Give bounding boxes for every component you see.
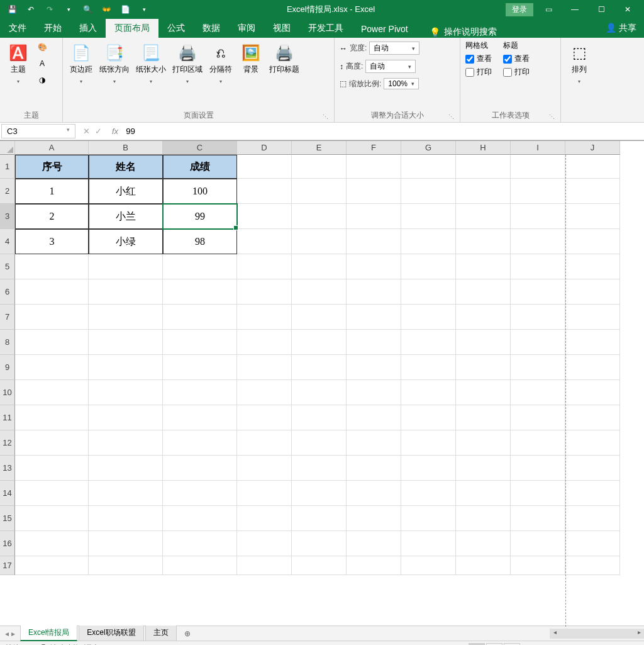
undo-icon[interactable]: ↶	[25, 4, 36, 15]
cell-B10[interactable]	[89, 380, 163, 405]
size-button[interactable]: 📃纸张大小	[135, 40, 167, 87]
row-header-3[interactable]: 3	[0, 204, 15, 229]
cell-G17[interactable]	[401, 556, 456, 575]
row-header-1[interactable]: 1	[0, 155, 15, 179]
tab-公式[interactable]: 公式	[158, 19, 194, 38]
cell-E16[interactable]	[292, 531, 347, 556]
maximize-icon[interactable]: ☐	[590, 2, 613, 17]
col-header-A[interactable]: A	[15, 141, 89, 155]
cell-E4[interactable]	[292, 229, 347, 254]
orientation-button[interactable]: 📑纸张方向	[98, 40, 131, 87]
cell-E11[interactable]	[292, 405, 347, 430]
cell-E17[interactable]	[292, 556, 347, 575]
cell-E2[interactable]	[292, 179, 347, 204]
cell-F1[interactable]	[347, 155, 401, 179]
qat-custom-icon[interactable]: ▾	[138, 4, 150, 15]
cell-B4[interactable]: 小绿	[89, 229, 163, 254]
cell-G6[interactable]	[401, 279, 456, 305]
margins-button[interactable]: 📄页边距	[68, 40, 94, 87]
formula-input[interactable]	[122, 125, 644, 138]
cell-A7[interactable]	[15, 305, 89, 330]
cell-G4[interactable]	[401, 229, 456, 254]
cancel-formula-icon[interactable]: ✕	[83, 126, 90, 136]
cell-C8[interactable]	[163, 330, 237, 355]
row-header-16[interactable]: 16	[0, 531, 15, 556]
row-header-11[interactable]: 11	[0, 405, 15, 430]
cell-I14[interactable]	[511, 481, 565, 506]
col-header-B[interactable]: B	[89, 141, 163, 155]
col-header-J[interactable]: J	[565, 141, 620, 155]
cell-C3[interactable]: 99	[163, 204, 237, 229]
cell-D17[interactable]	[237, 556, 292, 575]
cell-J15[interactable]	[565, 506, 620, 531]
cell-J7[interactable]	[565, 305, 620, 330]
arrange-button[interactable]: ⬚排列	[566, 40, 592, 87]
cell-H8[interactable]	[456, 330, 511, 355]
share-button[interactable]: 👤 共享	[598, 19, 644, 38]
cell-I1[interactable]	[511, 155, 565, 179]
cell-E7[interactable]	[292, 305, 347, 330]
cell-H1[interactable]	[456, 155, 511, 179]
cell-H7[interactable]	[456, 305, 511, 330]
cell-H13[interactable]	[456, 456, 511, 481]
tab-插入[interactable]: 插入	[70, 19, 106, 38]
print-titles-button[interactable]: 🖨️打印标题	[268, 40, 301, 77]
cell-G16[interactable]	[401, 531, 456, 556]
cell-G7[interactable]	[401, 305, 456, 330]
cell-B14[interactable]	[89, 481, 163, 506]
cell-B13[interactable]	[89, 456, 163, 481]
cell-C10[interactable]	[163, 380, 237, 405]
sheet-tab-1[interactable]: Excel职场联盟	[79, 625, 143, 641]
tab-页面布局[interactable]: 页面布局	[106, 19, 158, 38]
cell-B17[interactable]	[89, 556, 163, 575]
cell-I6[interactable]	[511, 279, 565, 305]
cell-H2[interactable]	[456, 179, 511, 204]
breaks-button[interactable]: ⎌分隔符	[208, 40, 234, 87]
cell-J13[interactable]	[565, 456, 620, 481]
cell-C17[interactable]	[163, 556, 237, 575]
cell-C7[interactable]	[163, 305, 237, 330]
print-area-button[interactable]: 🖨️打印区域	[171, 40, 204, 87]
cell-F2[interactable]	[347, 179, 401, 204]
row-header-7[interactable]: 7	[0, 305, 15, 330]
cell-H11[interactable]	[456, 405, 511, 430]
cell-G14[interactable]	[401, 481, 456, 506]
cell-H4[interactable]	[456, 229, 511, 254]
cell-J10[interactable]	[565, 380, 620, 405]
cell-I10[interactable]	[511, 380, 565, 405]
row-header-17[interactable]: 17	[0, 556, 15, 575]
cell-E8[interactable]	[292, 330, 347, 355]
row-header-2[interactable]: 2	[0, 179, 15, 204]
cell-C13[interactable]	[163, 456, 237, 481]
cell-G1[interactable]	[401, 155, 456, 179]
cell-C6[interactable]	[163, 279, 237, 305]
cell-G13[interactable]	[401, 456, 456, 481]
cell-G3[interactable]	[401, 204, 456, 229]
sheet-tab-2[interactable]: 主页	[145, 625, 177, 641]
cell-J17[interactable]	[565, 556, 620, 575]
enter-formula-icon[interactable]: ✓	[95, 126, 102, 136]
cell-G15[interactable]	[401, 506, 456, 531]
cell-D8[interactable]	[237, 330, 292, 355]
cell-B3[interactable]: 小兰	[89, 204, 163, 229]
cell-I15[interactable]	[511, 506, 565, 531]
tab-开始[interactable]: 开始	[35, 19, 70, 38]
cell-H10[interactable]	[456, 380, 511, 405]
login-button[interactable]: 登录	[506, 3, 533, 16]
gridlines-view-checkbox[interactable]: 查看	[465, 53, 492, 64]
add-sheet-button[interactable]: ⊕	[178, 629, 197, 638]
col-header-G[interactable]: G	[401, 141, 456, 155]
cell-E3[interactable]	[292, 204, 347, 229]
cell-D12[interactable]	[237, 430, 292, 456]
cell-A17[interactable]	[15, 556, 89, 575]
cell-A6[interactable]	[15, 279, 89, 305]
cell-C2[interactable]: 100	[163, 179, 237, 204]
cell-I12[interactable]	[511, 430, 565, 456]
touch-icon[interactable]: 👐	[101, 4, 112, 15]
cell-D15[interactable]	[237, 506, 292, 531]
cell-A5[interactable]	[15, 254, 89, 279]
cell-I13[interactable]	[511, 456, 565, 481]
cell-F15[interactable]	[347, 506, 401, 531]
cell-C14[interactable]	[163, 481, 237, 506]
themes-button[interactable]: 🅰️ 主题	[5, 40, 31, 87]
